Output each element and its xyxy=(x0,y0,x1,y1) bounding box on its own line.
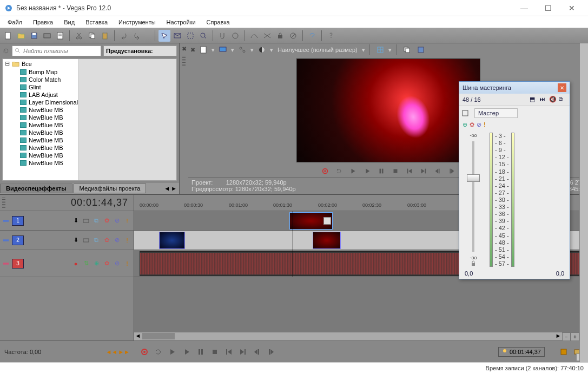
cut-icon[interactable] xyxy=(73,30,85,42)
go-end-icon[interactable] xyxy=(418,165,430,177)
copy-snapshot-icon[interactable] xyxy=(401,44,413,56)
edit-tool-icon[interactable] xyxy=(158,30,170,42)
v-scrollbar[interactable] xyxy=(579,43,588,362)
downmix-icon[interactable]: ⬒ xyxy=(530,96,537,103)
fx-item[interactable]: Glint xyxy=(3,83,78,91)
auto-crossfade-icon[interactable] xyxy=(261,30,273,42)
zoom-tool-icon[interactable] xyxy=(197,30,209,42)
expand-icon[interactable] xyxy=(2,237,10,244)
record-icon[interactable] xyxy=(319,165,331,177)
fx-item[interactable]: NewBlue MB xyxy=(3,159,78,167)
fx-item[interactable]: NewBlue MB xyxy=(3,136,78,144)
properties-icon[interactable] xyxy=(54,30,66,42)
copy-icon[interactable] xyxy=(86,30,98,42)
menu-edit[interactable]: Правка xyxy=(28,18,58,27)
track-motion-icon[interactable] xyxy=(82,236,90,245)
video-clip[interactable] xyxy=(289,212,333,230)
pause-icon[interactable] xyxy=(375,165,387,177)
playhead[interactable] xyxy=(293,211,293,277)
split-screen-icon[interactable] xyxy=(256,44,268,56)
track-fx-icon[interactable]: ⧉ xyxy=(92,236,101,245)
bypass-fx-icon[interactable]: ⬇ xyxy=(71,236,80,245)
fx-search[interactable] xyxy=(12,45,101,56)
fx-item[interactable]: NewBlue MB xyxy=(3,144,78,152)
open-icon[interactable] xyxy=(15,30,27,42)
dim-icon[interactable]: ⏭ xyxy=(539,96,547,103)
solo-icon[interactable]: ! xyxy=(123,259,131,268)
mute-icon[interactable]: ⊘ xyxy=(113,236,121,245)
master-titlebar[interactable]: Шина мастеринга ✕ xyxy=(459,82,570,94)
video-track-2-header[interactable]: 2 ⬇ ⧉ ✿ ⊘ ! xyxy=(0,231,134,250)
solo-icon[interactable]: ! xyxy=(123,236,131,245)
menu-view[interactable]: Вид xyxy=(58,18,80,27)
mastering-bus-window[interactable]: Шина мастеринга ✕ 48 / 16 ⬒ ⏭ 🔇 ⧉ Мастер… xyxy=(459,81,570,279)
record-icon[interactable] xyxy=(138,346,150,358)
master-label[interactable]: Мастер xyxy=(474,108,518,118)
solo-icon[interactable]: ! xyxy=(484,121,485,128)
preview-quality[interactable]: Наилучшее (полный размер) xyxy=(275,47,360,53)
lock-icon[interactable] xyxy=(470,260,477,267)
undo-icon[interactable] xyxy=(118,30,130,42)
go-end-icon[interactable] xyxy=(237,346,249,358)
mixer-icon[interactable]: ⧉ xyxy=(559,96,566,103)
bypass-fx-icon[interactable]: ⬇ xyxy=(71,217,80,225)
track-motion-icon[interactable] xyxy=(82,217,90,225)
search-input[interactable] xyxy=(23,48,98,54)
zoom-in-h-icon[interactable]: + xyxy=(571,332,579,341)
solo-icon[interactable]: ! xyxy=(123,217,131,225)
video-clip[interactable] xyxy=(159,232,185,249)
audio-track-3-header[interactable]: 3 ● ⇅ ⊕ ✿ ⊘ ! 6 xyxy=(0,250,134,277)
menu-help[interactable]: Справка xyxy=(201,18,235,27)
expand-icon[interactable] xyxy=(2,260,10,267)
fx-item[interactable]: Layer Dimensionality xyxy=(3,99,78,106)
video-clip[interactable] xyxy=(313,232,341,249)
stop-icon[interactable] xyxy=(209,346,221,358)
close-icon[interactable]: ✕ xyxy=(558,83,566,92)
prev-frame-icon[interactable] xyxy=(432,165,444,177)
zoom-out-h-icon[interactable]: − xyxy=(562,332,571,341)
close-panel-icon[interactable]: ✖ xyxy=(182,45,187,53)
minimize-button[interactable]: — xyxy=(512,1,536,16)
crossfade-icon[interactable] xyxy=(248,30,260,42)
interactive-tutorial-icon[interactable] xyxy=(306,30,318,42)
master-fader[interactable]: -оо -оо xyxy=(463,133,484,267)
prev-frame-icon[interactable] xyxy=(251,346,263,358)
video-track-1-header[interactable]: 1 ⬇ ⧉ ✿ ⊘ ! xyxy=(0,211,134,231)
play-start-icon[interactable] xyxy=(347,165,359,177)
stop-icon[interactable] xyxy=(389,165,401,177)
menu-settings[interactable]: Настройки xyxy=(161,18,201,27)
track-fx-icon[interactable]: ⊕ xyxy=(92,259,101,268)
scrub-control[interactable]: ◄◄►► xyxy=(105,349,130,355)
new-icon[interactable] xyxy=(2,30,14,42)
h-scrollbar[interactable]: ◄ ► − + ◱ xyxy=(134,332,588,341)
fx-item[interactable]: Bump Map xyxy=(3,68,78,76)
ignore-event-icon[interactable] xyxy=(287,30,299,42)
refresh-icon[interactable] xyxy=(2,45,10,56)
timeline-timecode[interactable]: 00:01:44,37 xyxy=(498,347,545,357)
mute-icon[interactable]: ⊘ xyxy=(113,259,121,268)
track-fx-icon[interactable]: ⧉ xyxy=(92,217,101,225)
marker-icon[interactable] xyxy=(558,346,570,358)
next-frame-icon[interactable] xyxy=(265,346,277,358)
loop-icon[interactable] xyxy=(153,346,164,358)
fx-item[interactable]: Color Match xyxy=(3,76,78,83)
fx-icon[interactable] xyxy=(236,44,248,56)
external-monitor-icon[interactable] xyxy=(217,44,229,56)
go-start-icon[interactable] xyxy=(223,346,235,358)
close-preview-icon[interactable]: ✖ xyxy=(190,47,195,54)
automation-icon[interactable]: ✿ xyxy=(102,217,111,225)
arm-record-icon[interactable]: ● xyxy=(71,259,80,268)
auto-ripple-icon[interactable] xyxy=(229,30,241,42)
crop-icon[interactable] xyxy=(323,217,331,225)
loop-icon[interactable] xyxy=(333,165,345,177)
save-snapshot-icon[interactable] xyxy=(415,44,427,56)
tab-scroll-right-icon[interactable]: ► xyxy=(171,185,177,192)
tab-scroll-left-icon[interactable]: ◄ xyxy=(164,185,170,192)
panel-grip[interactable]: ✖ xyxy=(180,43,188,194)
expand-icon[interactable] xyxy=(2,217,10,225)
lock-icon[interactable] xyxy=(274,30,286,42)
insert-fx-icon[interactable]: ⊕ xyxy=(463,121,467,128)
menu-tools[interactable]: Инструменты xyxy=(113,18,161,27)
fx-item[interactable]: NewBlue MB xyxy=(3,152,78,159)
fx-item[interactable]: NewBlue MB xyxy=(3,129,78,136)
